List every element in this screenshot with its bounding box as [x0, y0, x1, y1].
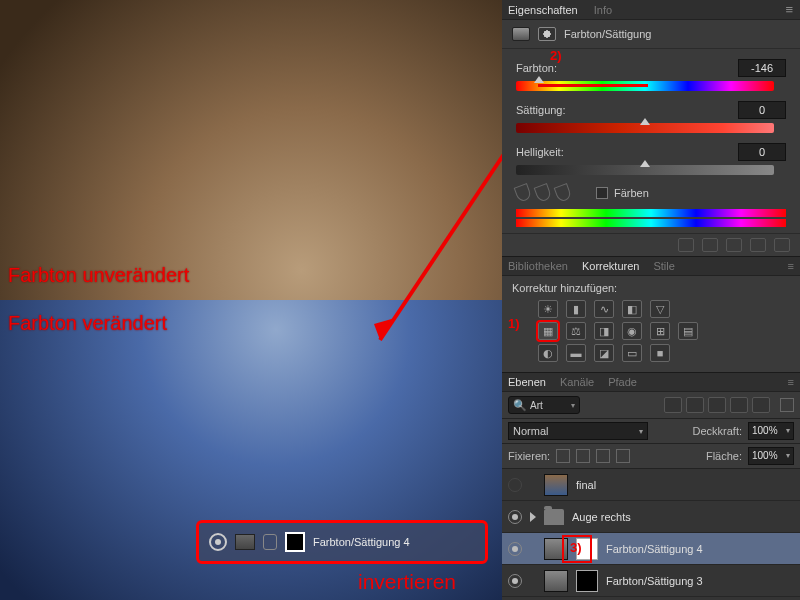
layer-thumb[interactable] — [544, 474, 568, 496]
visibility-icon[interactable] — [209, 533, 227, 551]
trash-icon[interactable] — [774, 238, 790, 252]
fill-value[interactable]: 100%▾ — [748, 447, 794, 465]
visibility-icon[interactable] — [508, 478, 522, 492]
annotation-invert: invertieren — [358, 570, 456, 594]
opacity-value[interactable]: 100%▾ — [748, 422, 794, 440]
properties-tabs: Eigenschaften Info ≡ — [502, 0, 800, 20]
view-previous-icon[interactable] — [702, 238, 718, 252]
layer-name[interactable]: final — [576, 479, 596, 491]
layer-row[interactable]: final — [502, 469, 800, 501]
panel-menu-icon[interactable]: ≡ — [788, 260, 794, 272]
mask-thumb-icon[interactable] — [285, 532, 305, 552]
lock-label: Fixieren: — [508, 450, 550, 462]
annotation-mark-3: 3) — [570, 540, 582, 555]
panel-menu-icon[interactable]: ≡ — [788, 376, 794, 388]
lock-transparent-icon[interactable] — [556, 449, 570, 463]
tab-libraries[interactable]: Bibliotheken — [508, 260, 568, 272]
folder-icon — [544, 509, 564, 525]
lock-position-icon[interactable] — [596, 449, 610, 463]
adjustment-thumb[interactable] — [544, 570, 568, 592]
group-name[interactable]: Auge rechts — [572, 511, 631, 523]
adjustment-thumb[interactable] — [544, 538, 568, 560]
black-white-icon[interactable]: ◨ — [594, 322, 614, 340]
annotation-changed: Farbton verändert — [8, 312, 167, 335]
mask-mode-icon[interactable] — [538, 27, 556, 41]
eyedropper-icon[interactable] — [514, 183, 533, 203]
sat-slider-handle[interactable] — [640, 118, 650, 125]
vibrance-icon[interactable]: ▽ — [650, 300, 670, 318]
channel-mixer-icon[interactable]: ⊞ — [650, 322, 670, 340]
link-icon — [263, 534, 277, 550]
tab-layers[interactable]: Ebenen — [508, 376, 546, 388]
clip-to-layer-icon[interactable] — [678, 238, 694, 252]
tab-properties[interactable]: Eigenschaften — [508, 4, 578, 16]
annotation-underline — [538, 84, 648, 87]
tab-adjustments[interactable]: Korrekturen — [582, 260, 639, 272]
lig-value[interactable]: 0 — [738, 143, 786, 161]
hue-slider-handle[interactable] — [534, 76, 544, 83]
search-icon: 🔍 — [513, 399, 527, 412]
invert-icon[interactable]: ◐ — [538, 344, 558, 362]
panel-menu-icon[interactable]: ≡ — [785, 2, 794, 17]
eyedropper-minus-icon[interactable] — [554, 183, 573, 203]
sat-value[interactable]: 0 — [738, 101, 786, 119]
tab-paths[interactable]: Pfade — [608, 376, 637, 388]
saturation-slider[interactable] — [516, 123, 774, 133]
levels-icon[interactable]: ▮ — [566, 300, 586, 318]
layer-filter-input[interactable] — [530, 400, 568, 411]
hue-strip-bottom — [516, 219, 786, 227]
hue-saturation-icon[interactable]: ▦ — [538, 322, 558, 340]
chevron-down-icon: ▾ — [639, 427, 643, 436]
layer-name[interactable]: Farbton/Sättigung 3 — [606, 575, 703, 587]
blend-mode-select[interactable]: Normal ▾ — [508, 422, 648, 440]
color-balance-icon[interactable]: ⚖ — [566, 322, 586, 340]
blend-mode-value: Normal — [513, 425, 548, 437]
tab-channels[interactable]: Kanäle — [560, 376, 594, 388]
filter-adjust-icon[interactable] — [686, 397, 704, 413]
lig-slider-handle[interactable] — [640, 160, 650, 167]
filter-type-icon[interactable] — [708, 397, 726, 413]
annotation-unchanged: Farbton unverändert — [8, 264, 189, 287]
highlight-layer-name: Farbton/Sättigung 4 — [313, 536, 410, 548]
filter-toggle-icon[interactable] — [780, 398, 794, 412]
lock-all-icon[interactable] — [616, 449, 630, 463]
visibility-icon[interactable] — [508, 542, 522, 556]
hue-value[interactable]: -146 — [738, 59, 786, 77]
filter-smart-icon[interactable] — [752, 397, 770, 413]
layer-row-selected[interactable]: Farbton/Sättigung 4 — [502, 533, 800, 565]
selective-color-icon[interactable]: ■ — [650, 344, 670, 362]
eyedropper-plus-icon[interactable] — [534, 183, 553, 203]
layer-row[interactable]: Farbton/Sättigung 3 — [502, 565, 800, 597]
brightness-contrast-icon[interactable]: ☀ — [538, 300, 558, 318]
hue-label: Farbton: — [516, 62, 586, 74]
photo-filter-icon[interactable]: ◉ — [622, 322, 642, 340]
filter-shape-icon[interactable] — [730, 397, 748, 413]
adjustment-type-icon[interactable] — [512, 27, 530, 41]
annotation-mark-2: 2) — [550, 48, 562, 63]
colorize-checkbox[interactable] — [596, 187, 608, 199]
visibility-icon[interactable] — [508, 510, 522, 524]
layer-filter-kind[interactable]: 🔍 ▾ — [508, 396, 580, 414]
posterize-icon[interactable]: ▬ — [566, 344, 586, 362]
disclosure-icon[interactable] — [530, 512, 536, 522]
filter-pixel-icon[interactable] — [664, 397, 682, 413]
visibility-toggle-icon[interactable] — [750, 238, 766, 252]
tab-styles[interactable]: Stile — [653, 260, 674, 272]
image-region-unchanged — [0, 0, 502, 300]
document-canvas[interactable]: Farbton unverändert Farbton verändert Fa… — [0, 0, 502, 600]
gradient-map-icon[interactable]: ▭ — [622, 344, 642, 362]
sat-label: Sättigung: — [516, 104, 586, 116]
lightness-slider[interactable] — [516, 165, 774, 175]
reset-icon[interactable] — [726, 238, 742, 252]
layer-group-row[interactable]: Auge rechts — [502, 501, 800, 533]
color-lookup-icon[interactable]: ▤ — [678, 322, 698, 340]
threshold-icon[interactable]: ◪ — [594, 344, 614, 362]
visibility-icon[interactable] — [508, 574, 522, 588]
tab-info[interactable]: Info — [594, 4, 612, 16]
layer-name[interactable]: Farbton/Sättigung 4 — [606, 543, 703, 555]
hue-slider[interactable] — [516, 81, 774, 91]
lock-pixels-icon[interactable] — [576, 449, 590, 463]
exposure-icon[interactable]: ◧ — [622, 300, 642, 318]
curves-icon[interactable]: ∿ — [594, 300, 614, 318]
mask-thumb[interactable] — [576, 570, 598, 592]
